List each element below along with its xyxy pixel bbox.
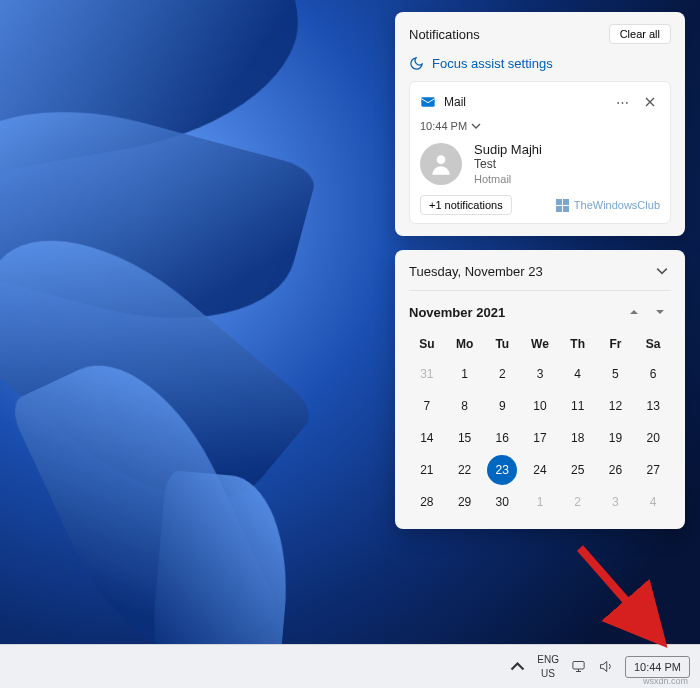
notifications-title: Notifications bbox=[409, 27, 480, 42]
clear-all-button[interactable]: Clear all bbox=[609, 24, 671, 44]
calendar-day[interactable]: 14 bbox=[409, 423, 445, 453]
calendar-day[interactable]: 17 bbox=[522, 423, 558, 453]
calendar-day[interactable]: 9 bbox=[484, 391, 520, 421]
calendar-day[interactable]: 21 bbox=[409, 455, 445, 485]
calendar-day[interactable]: 28 bbox=[409, 487, 445, 517]
calendar-day-today[interactable]: 23 bbox=[487, 455, 517, 485]
chevron-down-icon bbox=[471, 121, 481, 131]
mail-notification-card[interactable]: Mail ⋯ 10:44 PM Sudip Majhi Test Hotmail bbox=[409, 81, 671, 224]
language-indicator[interactable]: ENG US bbox=[537, 655, 559, 679]
dow-header: Su bbox=[409, 331, 445, 357]
calendar-day[interactable]: 7 bbox=[409, 391, 445, 421]
tray-chevron-button[interactable] bbox=[510, 659, 525, 674]
calendar-day[interactable]: 4 bbox=[635, 487, 671, 517]
watermark-text: TheWindowsClub bbox=[574, 199, 660, 211]
mail-app-name: Mail bbox=[444, 95, 604, 109]
calendar-day[interactable]: 22 bbox=[447, 455, 483, 485]
dow-header: Fr bbox=[598, 331, 634, 357]
calendar-day[interactable]: 15 bbox=[447, 423, 483, 453]
calendar-day[interactable]: 18 bbox=[560, 423, 596, 453]
network-icon bbox=[571, 659, 586, 674]
network-tray-icon[interactable] bbox=[571, 659, 586, 674]
clock-time: 10:44 PM bbox=[634, 661, 681, 673]
language-bottom: US bbox=[541, 669, 555, 679]
dow-header: Th bbox=[560, 331, 596, 357]
calendar-day[interactable]: 2 bbox=[560, 487, 596, 517]
svg-point-1 bbox=[437, 155, 446, 164]
moon-icon bbox=[409, 56, 424, 71]
notification-close-button[interactable] bbox=[640, 92, 660, 112]
focus-assist-link[interactable]: Focus assist settings bbox=[409, 56, 671, 71]
calendar-panel: Tuesday, November 23 November 2021 SuMoT… bbox=[395, 250, 685, 529]
calendar-day[interactable]: 3 bbox=[522, 359, 558, 389]
dow-header: Mo bbox=[447, 331, 483, 357]
calendar-day[interactable]: 3 bbox=[598, 487, 634, 517]
taskbar-clock[interactable]: 10:44 PM bbox=[625, 656, 690, 678]
calendar-day[interactable]: 10 bbox=[522, 391, 558, 421]
dow-header: Sa bbox=[635, 331, 671, 357]
taskbar: ENG US 10:44 PM bbox=[0, 644, 700, 688]
windows-logo-icon bbox=[556, 199, 569, 212]
notification-time: 10:44 PM bbox=[420, 120, 467, 132]
calendar-day[interactable]: 20 bbox=[635, 423, 671, 453]
calendar-day[interactable]: 24 bbox=[522, 455, 558, 485]
avatar bbox=[420, 143, 462, 185]
calendar-day[interactable]: 11 bbox=[560, 391, 596, 421]
person-icon bbox=[428, 151, 454, 177]
mail-sender: Sudip Majhi bbox=[474, 142, 542, 157]
caret-up-icon bbox=[629, 307, 639, 317]
chevron-down-icon bbox=[656, 265, 668, 277]
calendar-day[interactable]: 4 bbox=[560, 359, 596, 389]
expand-notifications-button[interactable]: +1 notifications bbox=[420, 195, 512, 215]
mail-app-icon bbox=[420, 94, 436, 110]
today-date-label: Tuesday, November 23 bbox=[409, 264, 543, 279]
language-top: ENG bbox=[537, 655, 559, 665]
volume-tray-icon[interactable] bbox=[598, 659, 613, 674]
calendar-day[interactable]: 29 bbox=[447, 487, 483, 517]
mail-subject: Test bbox=[474, 157, 542, 171]
calendar-day[interactable]: 25 bbox=[560, 455, 596, 485]
page-subtext: wsxdn.com bbox=[643, 676, 688, 686]
svg-rect-0 bbox=[421, 97, 434, 106]
chevron-up-icon bbox=[510, 659, 525, 674]
notification-time-row[interactable]: 10:44 PM bbox=[420, 120, 660, 132]
calendar-day[interactable]: 8 bbox=[447, 391, 483, 421]
svg-rect-2 bbox=[573, 662, 584, 670]
month-label: November 2021 bbox=[409, 305, 505, 320]
calendar-day[interactable]: 27 bbox=[635, 455, 671, 485]
calendar-day[interactable]: 1 bbox=[447, 359, 483, 389]
calendar-day[interactable]: 13 bbox=[635, 391, 671, 421]
close-icon bbox=[645, 97, 655, 107]
annotation-arrow bbox=[562, 538, 682, 658]
calendar-grid: SuMoTuWeThFrSa31123456789101112131415161… bbox=[409, 331, 671, 517]
next-month-button[interactable] bbox=[649, 301, 671, 323]
caret-down-icon bbox=[655, 307, 665, 317]
calendar-day[interactable]: 31 bbox=[409, 359, 445, 389]
notifications-panel: Notifications Clear all Focus assist set… bbox=[395, 12, 685, 236]
calendar-day[interactable]: 30 bbox=[484, 487, 520, 517]
notification-more-button[interactable]: ⋯ bbox=[612, 92, 632, 112]
dow-header: We bbox=[522, 331, 558, 357]
calendar-day[interactable]: 19 bbox=[598, 423, 634, 453]
calendar-day[interactable]: 2 bbox=[484, 359, 520, 389]
speaker-icon bbox=[598, 659, 613, 674]
calendar-day[interactable]: 5 bbox=[598, 359, 634, 389]
focus-assist-label: Focus assist settings bbox=[432, 56, 553, 71]
calendar-day[interactable]: 16 bbox=[484, 423, 520, 453]
collapse-calendar-button[interactable] bbox=[653, 262, 671, 280]
calendar-day[interactable]: 6 bbox=[635, 359, 671, 389]
calendar-day[interactable]: 12 bbox=[598, 391, 634, 421]
mail-account: Hotmail bbox=[474, 173, 542, 185]
prev-month-button[interactable] bbox=[623, 301, 645, 323]
watermark: TheWindowsClub bbox=[556, 199, 660, 212]
calendar-day[interactable]: 26 bbox=[598, 455, 634, 485]
dow-header: Tu bbox=[484, 331, 520, 357]
calendar-day[interactable]: 1 bbox=[522, 487, 558, 517]
